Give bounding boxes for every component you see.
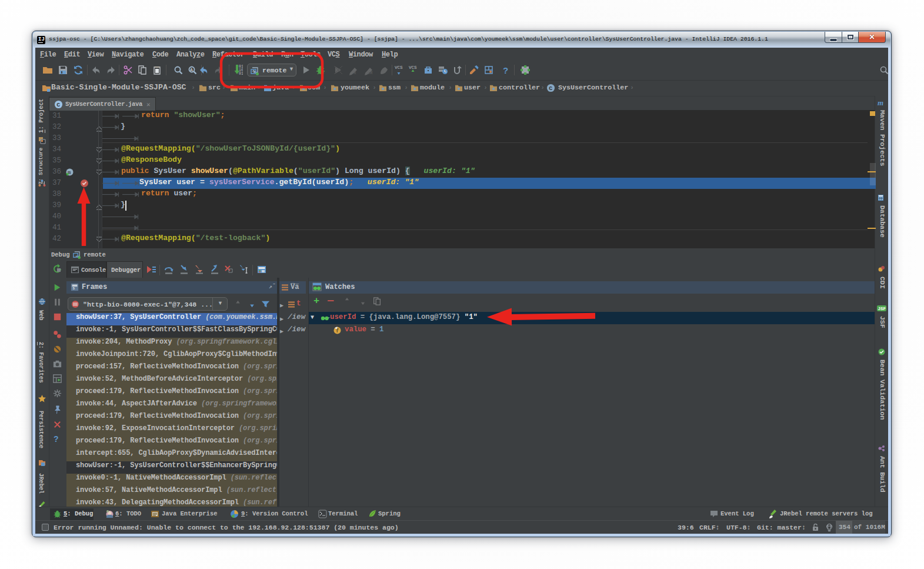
svg-text:C: C xyxy=(56,102,60,108)
svg-text:f: f xyxy=(336,328,339,334)
svg-text:m: m xyxy=(68,170,71,176)
svg-text:JSF: JSF xyxy=(878,307,886,311)
svg-text:VCS: VCS xyxy=(409,65,417,70)
svg-text:C: C xyxy=(549,85,552,92)
svg-text:A: A xyxy=(190,67,193,72)
svg-text:5: 5 xyxy=(73,287,75,291)
svg-text:?: ? xyxy=(503,65,508,75)
svg-text:R: R xyxy=(353,71,356,75)
svg-text:JR: JR xyxy=(368,71,373,75)
svg-text:VCS: VCS xyxy=(395,65,403,70)
svg-text:01: 01 xyxy=(239,72,243,76)
